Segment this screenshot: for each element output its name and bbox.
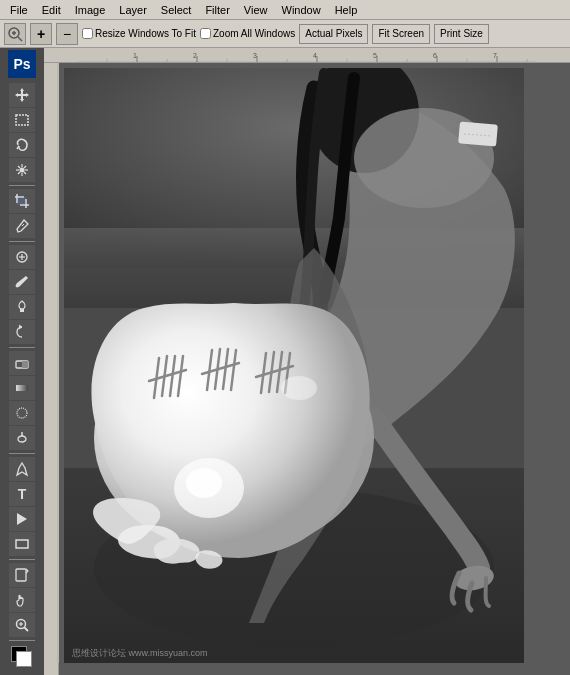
lasso-tool[interactable] [9, 133, 35, 157]
move-tool[interactable] [9, 83, 35, 107]
svg-point-94 [281, 376, 317, 400]
rectangle-shape-tool[interactable] [9, 532, 35, 556]
blur-tool[interactable] [9, 401, 35, 425]
magic-wand-tool[interactable] [9, 158, 35, 182]
eyedropper-tool[interactable] [9, 214, 35, 238]
zoom-in-btn[interactable]: + [30, 23, 52, 45]
photo-canvas: 思维设计论坛 www.missyuan.com [64, 68, 524, 663]
svg-text:3: 3 [253, 52, 257, 59]
photo-svg: 思维设计论坛 www.missyuan.com [64, 68, 524, 663]
svg-text:4: 4 [313, 52, 317, 59]
main-area: Ps [0, 48, 570, 675]
healing-brush-tool[interactable] [9, 245, 35, 269]
svg-text:2: 2 [193, 52, 197, 59]
svg-text:1: 1 [133, 52, 137, 59]
svg-rect-19 [17, 197, 26, 205]
svg-point-78 [186, 468, 222, 498]
history-brush-tool[interactable] [9, 320, 35, 344]
svg-line-11 [24, 172, 26, 174]
hand-tool[interactable] [9, 588, 35, 612]
svg-rect-24 [20, 309, 24, 312]
clone-stamp-tool[interactable] [9, 295, 35, 319]
options-bar: + − Resize Windows To Fit Zoom All Windo… [0, 20, 570, 48]
notes-tool[interactable] [9, 563, 35, 587]
resize-windows-label[interactable]: Resize Windows To Fit [82, 28, 196, 39]
background-color[interactable] [16, 651, 32, 667]
svg-rect-38 [77, 48, 537, 63]
pen-tool[interactable] [9, 457, 35, 481]
svg-rect-62 [44, 63, 59, 663]
svg-point-29 [18, 436, 26, 442]
photoshop-logo: Ps [8, 50, 36, 78]
svg-line-13 [18, 172, 20, 174]
tool-separator-3 [9, 347, 35, 348]
svg-rect-33 [16, 569, 26, 581]
zoom-out-btn[interactable]: − [56, 23, 78, 45]
tool-separator-4 [9, 453, 35, 454]
zoom-all-label[interactable]: Zoom All Windows [200, 28, 295, 39]
svg-point-28 [17, 408, 27, 418]
type-tool[interactable]: T [9, 482, 35, 506]
actual-pixels-button[interactable]: Actual Pixels [299, 24, 368, 44]
svg-marker-31 [17, 513, 27, 525]
menu-bar: File Edit Image Layer Select Filter View… [0, 0, 570, 20]
dodge-tool[interactable] [9, 426, 35, 450]
tool-separator-5 [9, 559, 35, 560]
color-swatches [8, 646, 36, 670]
toolbar: Ps [0, 48, 44, 675]
ruler-left [44, 63, 59, 675]
svg-rect-4 [16, 115, 28, 125]
menu-layer[interactable]: Layer [113, 3, 153, 17]
svg-line-12 [24, 166, 26, 168]
zoom-all-checkbox[interactable] [200, 28, 211, 39]
resize-windows-checkbox[interactable] [82, 28, 93, 39]
tool-separator-6 [9, 640, 35, 641]
svg-line-35 [25, 628, 29, 632]
svg-line-1 [18, 37, 22, 41]
menu-edit[interactable]: Edit [36, 3, 67, 17]
zoom-tool[interactable] [9, 613, 35, 637]
watermark-text: 思维设计论坛 www.missyuan.com [71, 648, 208, 658]
svg-point-14 [20, 168, 25, 173]
eraser-tool[interactable] [9, 351, 35, 375]
rectangular-marquee-tool[interactable] [9, 108, 35, 132]
canvas-area: 1 2 3 4 5 6 7 [44, 48, 570, 675]
ruler-top: 1 2 3 4 5 6 7 [44, 48, 570, 63]
print-size-button[interactable]: Print Size [434, 24, 489, 44]
menu-filter[interactable]: Filter [199, 3, 235, 17]
menu-file[interactable]: File [4, 3, 34, 17]
svg-rect-26 [22, 361, 28, 368]
menu-help[interactable]: Help [329, 3, 364, 17]
tool-separator-1 [9, 185, 35, 186]
canvas-wrapper: 思维设计论坛 www.missyuan.com [59, 63, 570, 675]
tool-separator-2 [9, 241, 35, 242]
svg-rect-27 [16, 385, 28, 391]
svg-text:5: 5 [373, 52, 377, 59]
svg-rect-32 [16, 540, 28, 548]
path-selection-tool[interactable] [9, 507, 35, 531]
crop-tool[interactable] [9, 189, 35, 213]
fit-screen-button[interactable]: Fit Screen [372, 24, 430, 44]
menu-select[interactable]: Select [155, 3, 198, 17]
menu-image[interactable]: Image [69, 3, 112, 17]
svg-line-20 [22, 224, 24, 226]
svg-line-10 [18, 166, 20, 168]
svg-text:7: 7 [493, 52, 497, 59]
svg-text:6: 6 [433, 52, 437, 59]
menu-window[interactable]: Window [276, 3, 327, 17]
menu-view[interactable]: View [238, 3, 274, 17]
zoom-magnifier-icon [4, 23, 26, 45]
gradient-tool[interactable] [9, 376, 35, 400]
brush-tool[interactable] [9, 270, 35, 294]
